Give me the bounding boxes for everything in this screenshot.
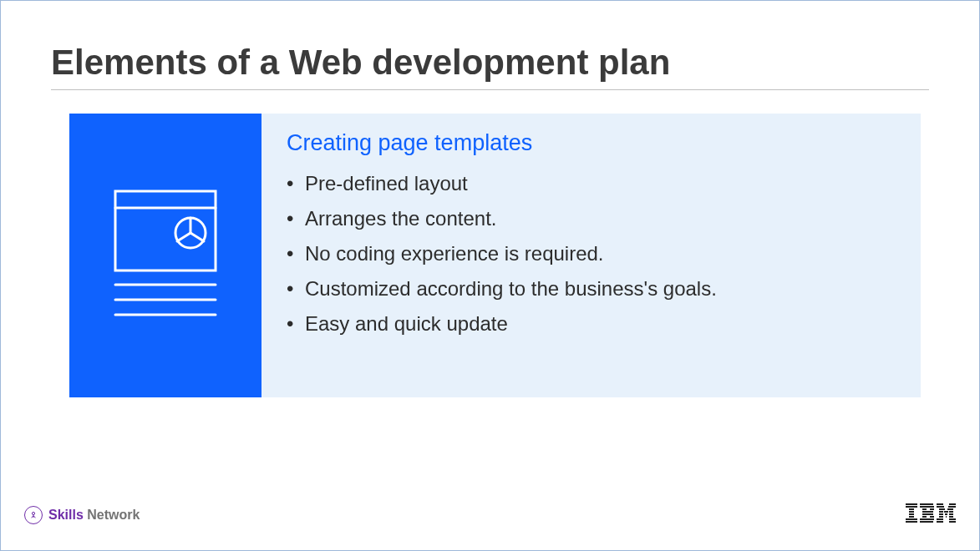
skills-network-logo: Skills Network <box>24 506 140 524</box>
bullet-item: No coding experience is required. <box>287 236 896 271</box>
svg-rect-40 <box>939 516 943 518</box>
icon-panel <box>69 114 262 397</box>
bullet-item: Easy and quick update <box>287 306 896 341</box>
svg-rect-27 <box>920 521 933 523</box>
svg-rect-39 <box>949 513 953 515</box>
svg-point-9 <box>32 512 34 514</box>
slide-container: Elements of a Web development plan <box>0 0 980 551</box>
svg-rect-26 <box>920 518 934 520</box>
svg-rect-19 <box>920 506 934 508</box>
svg-rect-46 <box>949 521 956 523</box>
svg-line-4 <box>177 233 190 241</box>
svg-rect-20 <box>922 508 927 510</box>
svg-rect-32 <box>939 508 945 510</box>
svg-rect-34 <box>939 511 943 513</box>
svg-rect-38 <box>945 513 947 515</box>
bullet-item: Arranges the content. <box>287 201 896 236</box>
skills-label-light: Network <box>87 508 140 522</box>
svg-rect-11 <box>906 506 917 508</box>
svg-rect-23 <box>922 513 933 515</box>
svg-rect-45 <box>937 521 943 523</box>
svg-rect-36 <box>949 511 953 513</box>
svg-rect-28 <box>937 503 943 505</box>
svg-rect-42 <box>949 516 953 518</box>
bullet-item: Customized according to the business's g… <box>287 271 896 306</box>
bullet-list: Pre-defined layout Arranges the content.… <box>287 166 896 341</box>
svg-rect-18 <box>920 503 933 505</box>
svg-rect-37 <box>939 513 943 515</box>
ibm-logo <box>906 503 956 527</box>
slide-title: Elements of a Web development plan <box>51 43 929 90</box>
svg-rect-12 <box>909 508 914 510</box>
svg-rect-16 <box>906 518 917 520</box>
slide-footer: Skills Network <box>24 503 956 527</box>
svg-rect-41 <box>946 516 947 518</box>
svg-rect-24 <box>922 516 927 518</box>
svg-rect-21 <box>930 508 934 510</box>
svg-rect-0 <box>115 191 216 270</box>
svg-rect-30 <box>937 506 944 508</box>
skills-badge-icon <box>24 506 43 524</box>
page-template-icon <box>111 183 220 328</box>
content-row: Creating page templates Pre-defined layo… <box>69 114 921 397</box>
svg-rect-35 <box>944 511 948 513</box>
svg-rect-14 <box>909 513 914 515</box>
svg-rect-44 <box>949 518 956 520</box>
bullet-item: Pre-defined layout <box>287 166 896 201</box>
text-panel: Creating page templates Pre-defined layo… <box>262 114 921 397</box>
svg-rect-17 <box>906 521 917 523</box>
svg-rect-10 <box>906 503 917 505</box>
svg-rect-13 <box>909 511 914 513</box>
skills-label-bold: Skills <box>48 508 84 522</box>
svg-rect-22 <box>922 511 933 513</box>
svg-rect-15 <box>909 516 914 518</box>
svg-line-5 <box>190 233 204 241</box>
svg-rect-25 <box>930 516 934 518</box>
svg-rect-31 <box>948 506 956 508</box>
svg-rect-33 <box>947 508 953 510</box>
section-heading: Creating page templates <box>287 130 896 156</box>
svg-rect-43 <box>937 518 943 520</box>
svg-rect-29 <box>949 503 956 505</box>
